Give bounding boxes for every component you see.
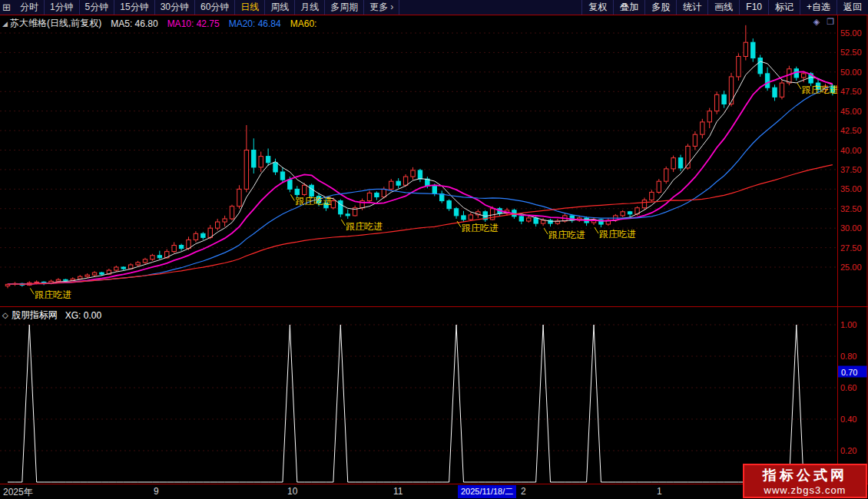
signal-pointer <box>797 83 801 89</box>
candle-body <box>411 170 415 177</box>
candle-body <box>729 77 733 104</box>
menu-item-日线[interactable]: 日线 <box>235 0 265 15</box>
candle-body <box>367 193 371 200</box>
candle-body <box>215 222 219 228</box>
menu-item-多周期[interactable]: 多周期 <box>325 0 364 15</box>
signal-label: 跟庄吃进 <box>295 196 332 207</box>
signal-pointer <box>341 220 345 226</box>
candle-body <box>136 263 140 265</box>
button-画线[interactable]: 画线 <box>707 0 739 15</box>
candle-body <box>100 273 104 274</box>
candle-body <box>744 42 747 56</box>
button-+自选[interactable]: +自选 <box>800 0 837 15</box>
candle-body <box>85 275 89 276</box>
candle-body <box>179 246 183 249</box>
candle-body <box>462 216 465 220</box>
candle-body <box>121 267 125 269</box>
candle-body <box>78 276 82 279</box>
candle-body <box>375 193 379 197</box>
menu-item-月线[interactable]: 月线 <box>295 0 325 15</box>
signal-label: 跟庄吃进 <box>548 230 585 240</box>
button-标记[interactable]: 标记 <box>768 0 800 15</box>
candle-body <box>114 267 118 270</box>
panel-icon[interactable]: ❐ <box>827 17 834 27</box>
candle-body <box>389 181 393 189</box>
date-tick: 9 <box>154 486 159 497</box>
candle-body <box>172 246 176 252</box>
signal-pointer <box>290 194 294 200</box>
candle-body <box>223 219 227 222</box>
date-tick: 2 <box>521 486 526 497</box>
price-axis-label: 37.50 <box>840 165 862 174</box>
candle-body <box>628 212 631 214</box>
date-tick: 11 <box>393 486 403 497</box>
indicator-name: 股朋指标网 <box>12 309 58 322</box>
candle-body <box>418 170 422 179</box>
signal-pointer <box>544 228 548 234</box>
candle-body <box>310 185 313 196</box>
chart-title: 苏大维格(日线,前复权) <box>10 17 101 30</box>
candle-body <box>201 233 205 237</box>
candle-body <box>382 189 386 197</box>
candle-body <box>454 209 458 216</box>
window-icon[interactable]: ⊞ <box>0 2 15 13</box>
candle-body <box>157 256 161 258</box>
candle-body <box>266 157 270 163</box>
quick-action-menu: 复权叠加多股统计画线F10标记+自选返回 <box>581 0 868 15</box>
candle-body <box>151 256 154 259</box>
current-date-box: 2025/11/18/二 <box>458 485 516 498</box>
signal-label: 跟庄吃进 <box>35 289 71 300</box>
menu-item-分时[interactable]: 分时 <box>15 0 45 15</box>
candle-body <box>403 177 407 185</box>
indicator-axis-label: 0.60 <box>840 383 856 392</box>
menu-item-30分钟[interactable]: 30分钟 <box>155 0 195 15</box>
candle-body <box>288 180 292 189</box>
button-返回[interactable]: 返回 <box>837 0 868 15</box>
date-tick: 10 <box>287 486 297 497</box>
collapse-icon[interactable]: ◢ <box>2 20 8 28</box>
ma-labels: MA5: 46.80MA10: 42.75MA20: 46.84MA60: <box>101 18 316 29</box>
indicator-axis-label: 0.40 <box>840 415 856 424</box>
button-复权[interactable]: 复权 <box>581 0 613 15</box>
price-axis-label: 40.00 <box>840 146 862 155</box>
button-统计[interactable]: 统计 <box>676 0 707 15</box>
candle-body <box>143 259 147 263</box>
price-axis-label: 25.00 <box>840 263 862 272</box>
indicator-value: XG: 0.00 <box>65 310 101 321</box>
top-menu-bar: ⊞ 分时1分钟5分钟15分钟30分钟60分钟日线周线月线多周期更多› 复权叠加多… <box>0 0 868 15</box>
candle-body <box>678 158 682 168</box>
price-axis-label: 47.50 <box>840 87 862 96</box>
price-axis-label: 50.00 <box>840 68 862 77</box>
diamond-icon[interactable]: ◈ <box>813 17 820 27</box>
indicator-axis-label: 0.20 <box>840 446 856 455</box>
signal-pointer <box>30 288 34 294</box>
period-menu: 分时1分钟5分钟15分钟30分钟60分钟日线周线月线多周期更多› <box>15 0 399 15</box>
watermark-url: www.zbgs3.com <box>744 484 866 496</box>
signal-label: 跟庄吃进 <box>462 223 499 233</box>
candle-body <box>194 233 197 240</box>
button-叠加[interactable]: 叠加 <box>613 0 644 15</box>
ma-label: MA10: 42.75 <box>167 18 220 29</box>
candle-body <box>396 181 400 185</box>
chevron-right-icon: › <box>390 2 393 12</box>
menu-item-1分钟[interactable]: 1分钟 <box>45 0 80 15</box>
candle-body <box>447 201 451 209</box>
menu-item-15分钟[interactable]: 15分钟 <box>114 0 154 15</box>
price-axis-label: 32.50 <box>840 204 862 213</box>
price-axis-label: 27.50 <box>840 243 862 253</box>
button-F10[interactable]: F10 <box>739 0 768 15</box>
year-label: 2025年 <box>3 486 33 499</box>
menu-item-周线[interactable]: 周线 <box>265 0 295 15</box>
candle-body <box>273 163 277 172</box>
candle-body <box>722 94 726 104</box>
candle-body <box>35 282 38 283</box>
chart-canvas: 55.0052.5050.0047.5045.0042.5040.0037.50… <box>0 0 868 499</box>
candle-body <box>64 279 68 280</box>
indicator-arrow-icon[interactable]: ◇ <box>2 311 8 319</box>
candle-body <box>541 220 545 223</box>
menu-item-更多[interactable]: 更多› <box>364 0 399 15</box>
button-多股[interactable]: 多股 <box>644 0 676 15</box>
ma-label: MA5: 46.80 <box>111 18 157 29</box>
menu-item-60分钟[interactable]: 60分钟 <box>195 0 235 15</box>
menu-item-5分钟[interactable]: 5分钟 <box>80 0 115 15</box>
